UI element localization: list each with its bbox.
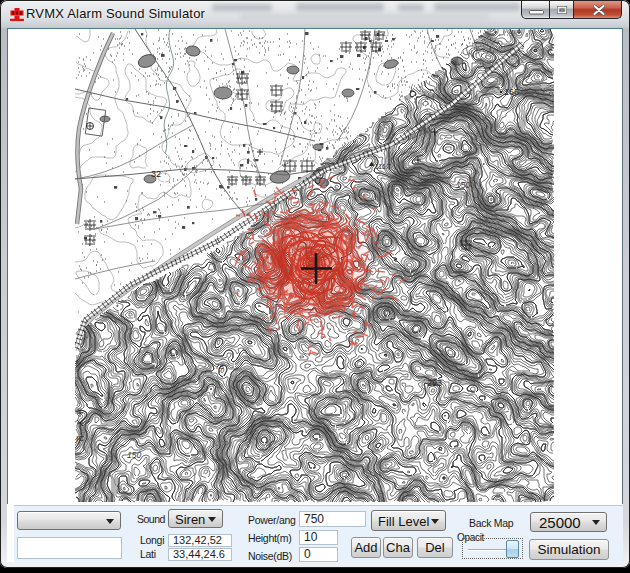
svg-text:166: 166 bbox=[504, 87, 519, 97]
svg-text:150: 150 bbox=[127, 450, 141, 460]
svg-text:150: 150 bbox=[456, 180, 470, 190]
svg-text:116.7: 116.7 bbox=[375, 163, 391, 170]
svg-text:78: 78 bbox=[215, 362, 224, 371]
svg-text:293: 293 bbox=[427, 378, 442, 388]
svg-text:IC: IC bbox=[76, 434, 84, 443]
svg-text:32: 32 bbox=[151, 169, 161, 179]
